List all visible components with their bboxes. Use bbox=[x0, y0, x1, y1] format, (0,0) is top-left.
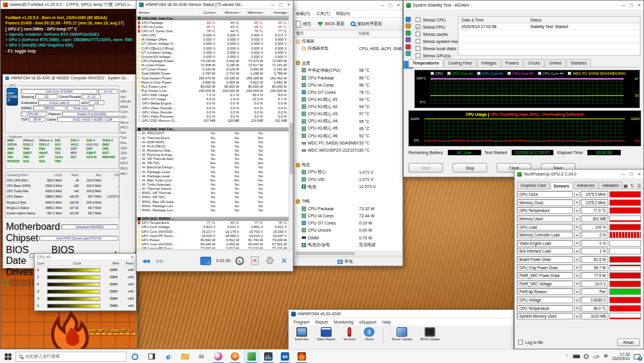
sst-tab-powers[interactable]: Powers bbox=[501, 59, 524, 67]
dropdown-arrow-icon[interactable]: ▼ bbox=[574, 248, 580, 254]
aida64-row[interactable]: WDC WD10SPZX-22Z10T130 °C bbox=[295, 147, 402, 154]
sst-table-row[interactable] bbox=[459, 50, 640, 56]
sensor-row[interactable]: IA: Turbo Attenuati...NoNoYes bbox=[137, 182, 289, 186]
taskbar-icon-mail[interactable]: ✉ bbox=[193, 350, 210, 363]
aida64-row[interactable]: CPU Package96 °C bbox=[295, 74, 402, 81]
sensor-row[interactable]: RING: Package-Lev...NoNoNo bbox=[137, 204, 289, 208]
dropdown-arrow-icon[interactable]: ▼ bbox=[574, 313, 580, 319]
aida64-row[interactable]: 中央处理器(CPU)98 °C bbox=[295, 67, 402, 74]
sensor-titlebar[interactable]: HWiNFO64 v6.30-4240 Sensor Status [73 va… bbox=[137, 1, 293, 9]
hwinfo-tool-sensors[interactable]: Sensors bbox=[343, 327, 355, 341]
battery-icon[interactable] bbox=[573, 355, 580, 358]
dropdown-arrow-icon[interactable]: ▼ bbox=[574, 207, 580, 214]
sensor-row[interactable]: IA Cores Power72.408 W3.195 W72.517 W71.… bbox=[137, 63, 289, 67]
taskbar-icon-furmark[interactable] bbox=[293, 350, 310, 363]
sensor-group-header[interactable]: CPU [#0]: Intel Cor... bbox=[137, 127, 289, 131]
taskbar-icon-hwinfo[interactable] bbox=[260, 350, 277, 363]
hwinfo-main-titlebar[interactable]: HWiNFO64 v6.30-4240 bbox=[289, 310, 513, 318]
aida64-toolbar-down[interactable]: BIOS 更新 bbox=[317, 19, 345, 29]
aida64-row[interactable]: 传感器类型CPU, HDD, ACPI, SNB bbox=[295, 45, 402, 52]
sensor-row[interactable]: GPU D3D Memory D...157 MB118 MB216 MB151… bbox=[137, 118, 289, 122]
dropdown-arrow-icon[interactable]: ▼ bbox=[574, 199, 580, 206]
sensor-group-header[interactable]: GPU [#1]: NVIDIA ... bbox=[137, 217, 289, 221]
taskbar-icon-gpu-z[interactable] bbox=[243, 350, 260, 363]
sensor-group-header[interactable]: CPU [#0]: Intel Cor... bbox=[137, 16, 289, 20]
aida64-row[interactable]: CPU Uncore0.00 W bbox=[295, 227, 402, 234]
tray-clock[interactable]: 17:33 2020/9/14 bbox=[612, 352, 630, 361]
cpu0-titlebar[interactable]: CPU #0 ✕ bbox=[35, 254, 136, 260]
hwinfo-menu-item[interactable]: Monitoring bbox=[334, 320, 354, 324]
sst-table-row[interactable] bbox=[459, 36, 640, 43]
aida64-close-button[interactable]: ✕ bbox=[397, 3, 400, 8]
sensor-row[interactable]: Total DRAM Power0.787 W0.701 W1.198 W0.7… bbox=[137, 72, 289, 76]
hwinfo-menu-item[interactable]: Report bbox=[315, 320, 328, 324]
legend-item[interactable]: ✓CPU bbox=[431, 72, 443, 75]
aida64-titlebar[interactable]: — ▢ ✕ bbox=[287, 1, 402, 10]
sensor-row[interactable]: IA: Thermal Velocit...NoNoNo bbox=[137, 187, 289, 191]
sensor-row[interactable]: GT Cores Power0.192 W0.026 W0.692 W0.191… bbox=[137, 67, 289, 72]
hwinfo-menu-item[interactable]: Program bbox=[293, 320, 309, 324]
sensor-row[interactable]: RING: Max VR Volta...YesNoYes bbox=[137, 199, 289, 204]
network-icon[interactable] bbox=[584, 354, 589, 359]
dropdown-arrow-icon[interactable]: ▼ bbox=[574, 256, 580, 263]
taskbar-icon-edge[interactable]: e bbox=[160, 350, 177, 363]
sst-titlebar[interactable]: System Stability Test - AIDA64 — ▢ ✕ bbox=[404, 1, 643, 10]
taskbar-icon-cortana[interactable] bbox=[126, 350, 143, 363]
sensor-row[interactable]: Total System Power186.079 W15.186 W186.1… bbox=[137, 76, 289, 80]
dropdown-arrow-icon[interactable]: ▼ bbox=[574, 191, 580, 198]
dropdown-arrow-icon[interactable]: ▼ bbox=[574, 232, 580, 238]
settings-gear-icon[interactable] bbox=[266, 257, 274, 264]
sensor-row[interactable]: IA: PROCHOTNoNoNo bbox=[137, 131, 289, 136]
gpuz-reset-button[interactable]: Reset bbox=[617, 339, 640, 346]
sensor-row[interactable]: GPU Core Voltage0.813 V0.613 V0.881 V0.8… bbox=[137, 225, 289, 229]
aida64-row[interactable]: CPU GT Cores78 °C bbox=[295, 88, 402, 96]
gpuz-tab-advanced[interactable]: Advanced bbox=[574, 182, 598, 189]
gpuz-tab-graphics-card[interactable]: Graphics Card bbox=[517, 182, 550, 189]
aida64-row[interactable]: CPU #1/核心 #595 °C bbox=[295, 125, 402, 132]
sensor-row[interactable]: RING: VR TDCNoNoNo bbox=[137, 195, 289, 199]
start-button[interactable] bbox=[0, 350, 16, 363]
aida64-row[interactable]: CPU #1/核心 #692 °C bbox=[295, 132, 402, 139]
dropdown-arrow-icon[interactable]: ▼ bbox=[574, 264, 580, 271]
hwinfo-tool-save-report[interactable]: Save Report bbox=[317, 327, 336, 341]
sensor-row[interactable]: CLR (CBo/LLC/Ring)...0.000 V0.000 V0.000… bbox=[137, 46, 289, 50]
sensor-scrollbar-thumb[interactable] bbox=[290, 123, 293, 174]
ime-indicator[interactable]: 中 bbox=[604, 353, 608, 359]
cpu0-close-button[interactable]: ✕ bbox=[131, 255, 134, 259]
sensor-row[interactable]: IA: Residency Stat...NoNoNo bbox=[137, 148, 289, 152]
sensor-row[interactable]: GPU Temperature77 °C44 °C77 °C75 °C bbox=[137, 221, 289, 225]
aida64-row[interactable]: 电池12.573 V bbox=[295, 183, 402, 190]
sensor-row[interactable]: PL2 Power Limit150.000 W150.000 W150.000… bbox=[137, 88, 289, 93]
sensor-close-tool-icon[interactable]: ✕ bbox=[279, 254, 289, 267]
hwinfo-tool-about[interactable]: iAbout bbox=[364, 327, 374, 341]
gpuz-maximize-button[interactable]: ▢ bbox=[630, 172, 634, 177]
dropdown-arrow-icon[interactable]: ▼ bbox=[574, 297, 580, 303]
sensor-row[interactable]: GPU Core (NVVDD) ...59.246 W4.452 W60.04… bbox=[137, 242, 289, 246]
sensor-row[interactable]: IA: PCS (PECI)NoNoNo bbox=[137, 144, 289, 148]
aida64-row[interactable]: CPU #1/核心 #495 °C bbox=[295, 118, 402, 125]
aida64-maximize-button[interactable]: ▢ bbox=[389, 3, 393, 8]
sst-tab-clocks[interactable]: Clocks bbox=[524, 59, 544, 67]
aida64-row[interactable]: CPU GT Cores0.19 W bbox=[295, 220, 402, 227]
sensor-close-button[interactable]: ✕ bbox=[287, 2, 290, 7]
aida64-toolbar-doc[interactable]: 报告 bbox=[296, 21, 311, 27]
sensor-row[interactable]: IA: Thermal EventNoNoYes bbox=[137, 136, 289, 140]
legend-item[interactable]: ✓CPU Core #2 bbox=[477, 72, 503, 75]
legend-item[interactable]: ✓CPU Core #3 bbox=[507, 72, 534, 75]
sensor-row[interactable]: GT (Slice) Voltage O...0.000 V0.000 V0.0… bbox=[137, 42, 289, 46]
sst-table-row[interactable] bbox=[459, 30, 640, 36]
legend-item[interactable]: ✓WDC PC SA530 SDASNBX256G bbox=[568, 72, 626, 75]
sensor-row[interactable]: GPU Video Decode ...0.0 %0.0 %0.0 %0.0 % bbox=[137, 110, 289, 114]
sensor-row[interactable]: Rest-of-Chip Power0.680 W0.463 W0.821 W0… bbox=[137, 80, 289, 84]
sensor-row[interactable]: GPU Input PP Sourc...19.015 V18.996 V19.… bbox=[137, 233, 289, 238]
aida64-row[interactable]: CPU #1/核心 #294 °C bbox=[295, 103, 402, 110]
sst-maximize-button[interactable]: ▢ bbox=[630, 3, 634, 8]
sensor-row[interactable]: CPU Package96 °C44 °C99 °C95 °C bbox=[137, 20, 289, 24]
sst-table-row[interactable] bbox=[459, 43, 640, 50]
dropdown-arrow-icon[interactable]: ▼ bbox=[574, 240, 580, 247]
aida64-row[interactable]: 电池充/放电交流电源 bbox=[295, 241, 402, 248]
aida64-row[interactable]: 电压 bbox=[295, 161, 402, 168]
menu-icon[interactable]: ☰ bbox=[637, 183, 641, 189]
sst-minimize-button[interactable]: — bbox=[621, 3, 626, 7]
sst-tab-cooling-fans[interactable]: Cooling Fans bbox=[444, 59, 476, 67]
